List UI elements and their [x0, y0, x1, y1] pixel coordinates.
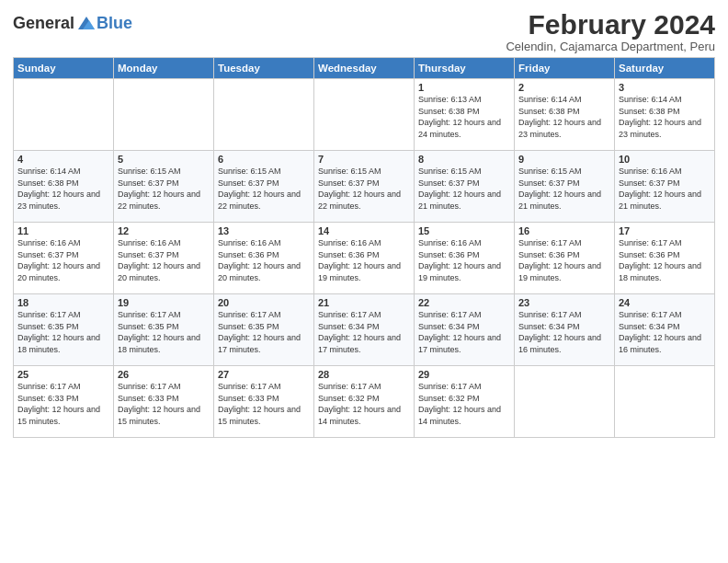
day-info: Sunrise: 6:17 AM Sunset: 6:35 PM Dayligh…: [17, 309, 109, 355]
day-info: Sunrise: 6:16 AM Sunset: 6:36 PM Dayligh…: [418, 237, 510, 283]
table-row: 25Sunrise: 6:17 AM Sunset: 6:33 PM Dayli…: [14, 366, 114, 438]
day-info: Sunrise: 6:15 AM Sunset: 6:37 PM Dayligh…: [418, 166, 510, 212]
table-row: 28Sunrise: 6:17 AM Sunset: 6:32 PM Dayli…: [314, 366, 415, 438]
day-info: Sunrise: 6:17 AM Sunset: 6:35 PM Dayligh…: [218, 309, 310, 355]
table-row: 2Sunrise: 6:14 AM Sunset: 6:38 PM Daylig…: [515, 79, 615, 151]
table-row: 29Sunrise: 6:17 AM Sunset: 6:32 PM Dayli…: [415, 366, 515, 438]
calendar-week-row: 1Sunrise: 6:13 AM Sunset: 6:38 PM Daylig…: [14, 79, 715, 151]
day-info: Sunrise: 6:17 AM Sunset: 6:34 PM Dayligh…: [619, 309, 711, 355]
day-info: Sunrise: 6:16 AM Sunset: 6:37 PM Dayligh…: [619, 166, 711, 212]
table-row: [14, 79, 114, 151]
table-row: 20Sunrise: 6:17 AM Sunset: 6:35 PM Dayli…: [214, 294, 314, 366]
page: General Blue February 2024 Celendin, Caj…: [0, 0, 728, 563]
calendar-week-row: 25Sunrise: 6:17 AM Sunset: 6:33 PM Dayli…: [14, 366, 715, 438]
table-row: 14Sunrise: 6:16 AM Sunset: 6:36 PM Dayli…: [314, 223, 415, 294]
table-row: 26Sunrise: 6:17 AM Sunset: 6:33 PM Dayli…: [114, 366, 214, 438]
table-row: 10Sunrise: 6:16 AM Sunset: 6:37 PM Dayli…: [615, 151, 715, 223]
day-info: Sunrise: 6:16 AM Sunset: 6:36 PM Dayligh…: [318, 237, 410, 283]
page-title: February 2024: [506, 9, 715, 40]
col-monday: Monday: [114, 58, 214, 79]
table-row: 27Sunrise: 6:17 AM Sunset: 6:33 PM Dayli…: [214, 366, 314, 438]
col-sunday: Sunday: [14, 58, 114, 79]
day-number: 17: [619, 225, 711, 236]
day-number: 24: [619, 297, 711, 308]
day-number: 25: [17, 369, 109, 380]
page-subtitle: Celendin, Cajamarca Department, Peru: [506, 40, 715, 53]
logo: General Blue: [13, 13, 132, 33]
col-saturday: Saturday: [615, 58, 715, 79]
calendar-table: Sunday Monday Tuesday Wednesday Thursday…: [13, 57, 715, 438]
day-info: Sunrise: 6:15 AM Sunset: 6:37 PM Dayligh…: [518, 166, 610, 212]
table-row: 19Sunrise: 6:17 AM Sunset: 6:35 PM Dayli…: [114, 294, 214, 366]
table-row: 21Sunrise: 6:17 AM Sunset: 6:34 PM Dayli…: [314, 294, 415, 366]
day-info: Sunrise: 6:16 AM Sunset: 6:37 PM Dayligh…: [17, 237, 109, 283]
day-number: 2: [518, 82, 610, 93]
day-number: 5: [118, 154, 210, 165]
day-number: 11: [17, 225, 109, 236]
day-number: 19: [118, 297, 210, 308]
day-info: Sunrise: 6:17 AM Sunset: 6:33 PM Dayligh…: [118, 381, 210, 427]
logo-text-blue: Blue: [97, 14, 132, 33]
table-row: [515, 366, 615, 438]
day-number: 16: [518, 225, 610, 236]
table-row: 1Sunrise: 6:13 AM Sunset: 6:38 PM Daylig…: [415, 79, 515, 151]
calendar-week-row: 4Sunrise: 6:14 AM Sunset: 6:38 PM Daylig…: [14, 151, 715, 223]
day-number: 15: [418, 225, 510, 236]
table-row: 9Sunrise: 6:15 AM Sunset: 6:37 PM Daylig…: [515, 151, 615, 223]
day-info: Sunrise: 6:13 AM Sunset: 6:38 PM Dayligh…: [418, 94, 510, 140]
day-info: Sunrise: 6:17 AM Sunset: 6:36 PM Dayligh…: [619, 237, 711, 283]
day-info: Sunrise: 6:17 AM Sunset: 6:35 PM Dayligh…: [118, 309, 210, 355]
day-number: 27: [218, 369, 310, 380]
day-number: 28: [318, 369, 410, 380]
calendar-body: 1Sunrise: 6:13 AM Sunset: 6:38 PM Daylig…: [14, 79, 715, 438]
table-row: 11Sunrise: 6:16 AM Sunset: 6:37 PM Dayli…: [14, 223, 114, 294]
day-number: 29: [418, 369, 510, 380]
calendar-header-row: Sunday Monday Tuesday Wednesday Thursday…: [14, 58, 715, 79]
table-row: 12Sunrise: 6:16 AM Sunset: 6:37 PM Dayli…: [114, 223, 214, 294]
table-row: 24Sunrise: 6:17 AM Sunset: 6:34 PM Dayli…: [615, 294, 715, 366]
day-info: Sunrise: 6:15 AM Sunset: 6:37 PM Dayligh…: [118, 166, 210, 212]
table-row: 4Sunrise: 6:14 AM Sunset: 6:38 PM Daylig…: [14, 151, 114, 223]
day-info: Sunrise: 6:17 AM Sunset: 6:33 PM Dayligh…: [218, 381, 310, 427]
day-info: Sunrise: 6:15 AM Sunset: 6:37 PM Dayligh…: [318, 166, 410, 212]
title-area: February 2024 Celendin, Cajamarca Depart…: [506, 9, 715, 53]
header: General Blue February 2024 Celendin, Caj…: [13, 9, 715, 53]
day-info: Sunrise: 6:17 AM Sunset: 6:32 PM Dayligh…: [418, 381, 510, 427]
table-row: [114, 79, 214, 151]
table-row: [214, 79, 314, 151]
day-info: Sunrise: 6:14 AM Sunset: 6:38 PM Dayligh…: [17, 166, 109, 212]
day-number: 8: [418, 154, 510, 165]
day-number: 1: [418, 82, 510, 93]
day-number: 20: [218, 297, 310, 308]
day-number: 3: [619, 82, 711, 93]
col-wednesday: Wednesday: [314, 58, 415, 79]
day-number: 9: [518, 154, 610, 165]
table-row: [615, 366, 715, 438]
logo-text-general: General: [13, 14, 74, 33]
table-row: 6Sunrise: 6:15 AM Sunset: 6:37 PM Daylig…: [214, 151, 314, 223]
day-info: Sunrise: 6:14 AM Sunset: 6:38 PM Dayligh…: [619, 94, 711, 140]
table-row: 8Sunrise: 6:15 AM Sunset: 6:37 PM Daylig…: [415, 151, 515, 223]
col-friday: Friday: [515, 58, 615, 79]
table-row: 16Sunrise: 6:17 AM Sunset: 6:36 PM Dayli…: [515, 223, 615, 294]
table-row: 23Sunrise: 6:17 AM Sunset: 6:34 PM Dayli…: [515, 294, 615, 366]
day-number: 4: [17, 154, 109, 165]
day-number: 13: [218, 225, 310, 236]
day-number: 6: [218, 154, 310, 165]
day-info: Sunrise: 6:15 AM Sunset: 6:37 PM Dayligh…: [218, 166, 310, 212]
day-info: Sunrise: 6:17 AM Sunset: 6:34 PM Dayligh…: [418, 309, 510, 355]
day-info: Sunrise: 6:16 AM Sunset: 6:36 PM Dayligh…: [218, 237, 310, 283]
calendar-week-row: 18Sunrise: 6:17 AM Sunset: 6:35 PM Dayli…: [14, 294, 715, 366]
table-row: 17Sunrise: 6:17 AM Sunset: 6:36 PM Dayli…: [615, 223, 715, 294]
day-number: 12: [118, 225, 210, 236]
day-info: Sunrise: 6:14 AM Sunset: 6:38 PM Dayligh…: [518, 94, 610, 140]
day-number: 22: [418, 297, 510, 308]
table-row: 3Sunrise: 6:14 AM Sunset: 6:38 PM Daylig…: [615, 79, 715, 151]
table-row: 22Sunrise: 6:17 AM Sunset: 6:34 PM Dayli…: [415, 294, 515, 366]
day-number: 21: [318, 297, 410, 308]
day-info: Sunrise: 6:17 AM Sunset: 6:32 PM Dayligh…: [318, 381, 410, 427]
table-row: 5Sunrise: 6:15 AM Sunset: 6:37 PM Daylig…: [114, 151, 214, 223]
day-info: Sunrise: 6:17 AM Sunset: 6:36 PM Dayligh…: [518, 237, 610, 283]
table-row: 18Sunrise: 6:17 AM Sunset: 6:35 PM Dayli…: [14, 294, 114, 366]
table-row: 7Sunrise: 6:15 AM Sunset: 6:37 PM Daylig…: [314, 151, 415, 223]
